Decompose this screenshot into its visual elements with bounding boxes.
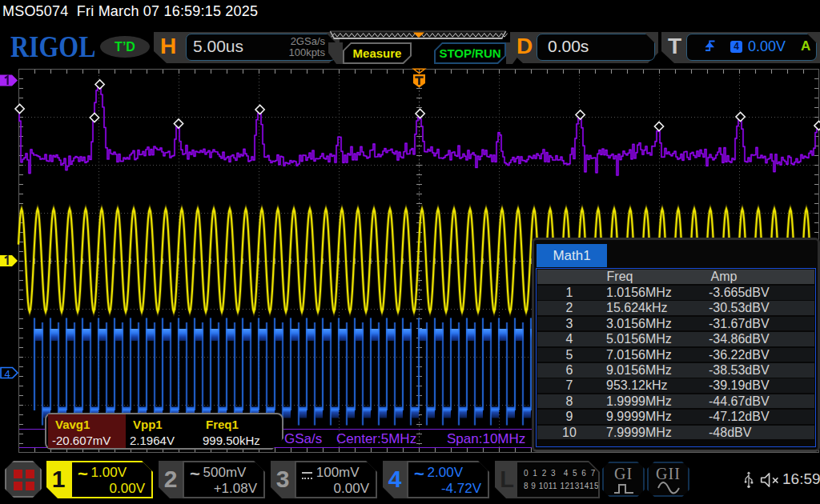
- svg-text:4: 4: [4, 368, 10, 380]
